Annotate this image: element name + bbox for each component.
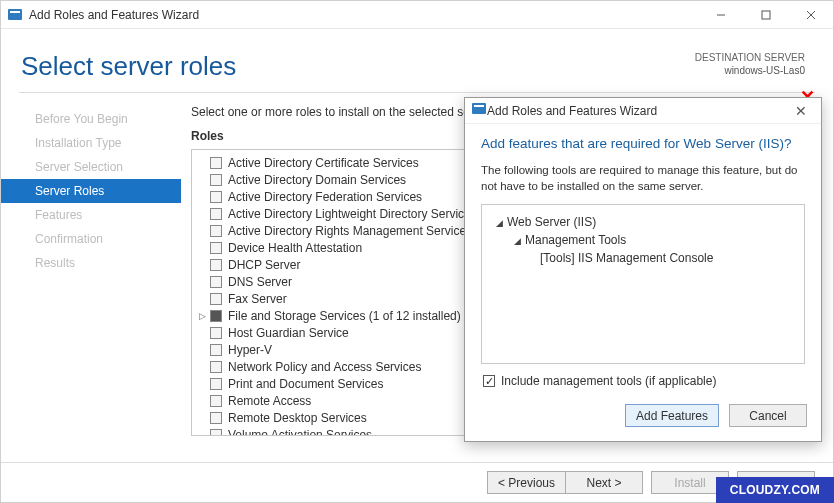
app-icon: [471, 101, 487, 120]
role-name: Active Directory Domain Services: [228, 173, 406, 187]
role-checkbox[interactable]: [210, 157, 222, 169]
add-features-button[interactable]: Add Features: [625, 404, 719, 427]
role-checkbox[interactable]: [210, 174, 222, 186]
role-name: File and Storage Services (1 of 12 insta…: [228, 309, 461, 323]
role-checkbox[interactable]: [210, 412, 222, 424]
features-tree: ◢Web Server (IIS) ◢Management Tools [Too…: [481, 204, 805, 364]
page-title: Select server roles: [21, 51, 236, 82]
nav-step[interactable]: Server Selection: [1, 155, 181, 179]
role-name: Print and Document Services: [228, 377, 383, 391]
include-tools-option[interactable]: ✓ Include management tools (if applicabl…: [483, 374, 805, 388]
nav-step[interactable]: Server Roles: [1, 179, 181, 203]
role-checkbox[interactable]: [210, 225, 222, 237]
svg-rect-3: [762, 11, 770, 19]
titlebar: Add Roles and Features Wizard: [1, 1, 833, 29]
dialog-cancel-button[interactable]: Cancel: [729, 404, 807, 427]
dialog-buttons: Add Features Cancel: [465, 404, 821, 441]
role-name: Network Policy and Access Services: [228, 360, 421, 374]
role-checkbox[interactable]: [210, 259, 222, 271]
svg-rect-0: [8, 9, 22, 20]
role-name: Remote Access: [228, 394, 311, 408]
destination-value: windows-US-Las0: [695, 64, 805, 77]
role-checkbox[interactable]: [210, 310, 222, 322]
role-checkbox[interactable]: [210, 293, 222, 305]
nav-step[interactable]: Results: [1, 251, 181, 275]
footer: < Previous Next > Install Cancel: [1, 462, 833, 502]
role-name: Active Directory Rights Management Servi…: [228, 224, 472, 238]
role-name: Active Directory Certificate Services: [228, 156, 419, 170]
minimize-button[interactable]: [698, 1, 743, 29]
window-title: Add Roles and Features Wizard: [29, 8, 199, 22]
svg-rect-6: [472, 103, 486, 114]
role-name: Device Health Attestation: [228, 241, 362, 255]
close-button[interactable]: [788, 1, 833, 29]
destination-block: DESTINATION SERVER windows-US-Las0: [695, 51, 805, 77]
nav-step[interactable]: Features: [1, 203, 181, 227]
next-button[interactable]: Next >: [565, 471, 643, 494]
include-tools-label: Include management tools (if applicable): [501, 374, 716, 388]
expander-icon[interactable]: ▷: [197, 311, 207, 321]
role-checkbox[interactable]: [210, 242, 222, 254]
app-icon: [7, 7, 23, 23]
dialog-titlebar: Add Roles and Features Wizard ✕: [465, 98, 821, 124]
role-checkbox[interactable]: [210, 276, 222, 288]
expander-icon: ◢: [496, 218, 503, 228]
nav-steps: Before You BeginInstallation TypeServer …: [1, 93, 181, 436]
role-name: Fax Server: [228, 292, 287, 306]
nav-step[interactable]: Confirmation: [1, 227, 181, 251]
nav-step[interactable]: Before You Begin: [1, 107, 181, 131]
window-controls: [698, 1, 833, 29]
role-checkbox[interactable]: [210, 344, 222, 356]
svg-rect-1: [10, 11, 20, 13]
destination-label: DESTINATION SERVER: [695, 51, 805, 64]
svg-rect-7: [474, 105, 484, 107]
dialog-title: Add Roles and Features Wizard: [487, 104, 657, 118]
dialog-description: The following tools are required to mana…: [481, 163, 805, 194]
nav-button-group: < Previous Next >: [487, 471, 643, 494]
role-name: Remote Desktop Services: [228, 411, 367, 425]
include-tools-checkbox[interactable]: ✓: [483, 375, 495, 387]
watermark: CLOUDZY.COM: [716, 477, 834, 503]
previous-button[interactable]: < Previous: [487, 471, 565, 494]
nav-step[interactable]: Installation Type: [1, 131, 181, 155]
role-name: Active Directory Lightweight Directory S…: [228, 207, 477, 221]
expander-icon: ◢: [514, 236, 521, 246]
role-name: Volume Activation Services: [228, 428, 372, 437]
dialog-close-button[interactable]: ✕: [787, 103, 815, 119]
feature-node: ◢Web Server (IIS): [492, 213, 794, 231]
maximize-button[interactable]: [743, 1, 788, 29]
role-checkbox[interactable]: [210, 208, 222, 220]
role-checkbox[interactable]: [210, 327, 222, 339]
role-name: Hyper-V: [228, 343, 272, 357]
role-name: Active Directory Federation Services: [228, 190, 422, 204]
role-name: Host Guardian Service: [228, 326, 349, 340]
role-checkbox[interactable]: [210, 395, 222, 407]
role-checkbox[interactable]: [210, 191, 222, 203]
role-name: DNS Server: [228, 275, 292, 289]
feature-node: ◢Management Tools: [492, 231, 794, 249]
role-checkbox[interactable]: [210, 378, 222, 390]
role-checkbox[interactable]: [210, 429, 222, 437]
add-features-dialog: Add Roles and Features Wizard ✕ Add feat…: [464, 97, 822, 442]
role-name: DHCP Server: [228, 258, 300, 272]
dialog-heading: Add features that are required for Web S…: [481, 136, 805, 151]
dialog-body: Add features that are required for Web S…: [465, 124, 821, 404]
feature-node: [Tools] IIS Management Console: [492, 249, 794, 267]
role-checkbox[interactable]: [210, 361, 222, 373]
header: Select server roles DESTINATION SERVER w…: [1, 29, 833, 92]
